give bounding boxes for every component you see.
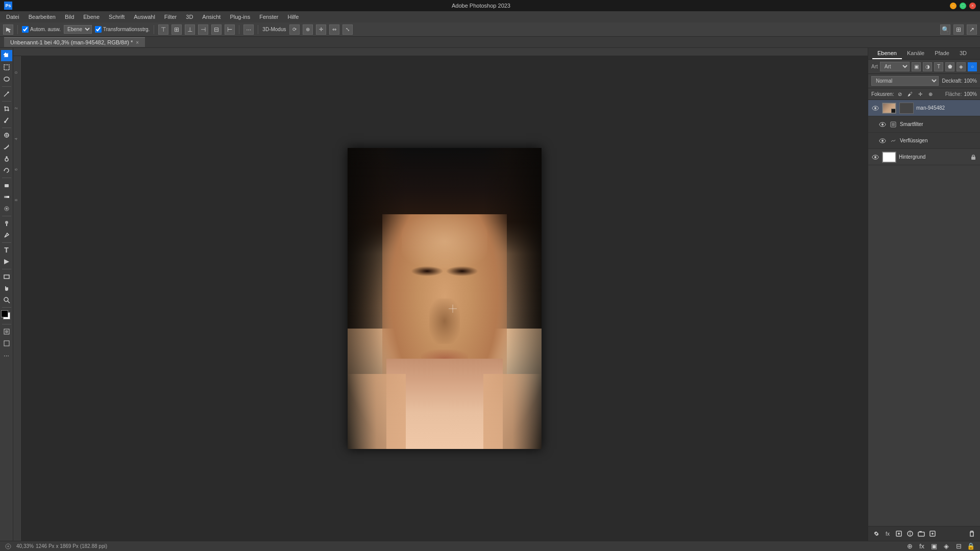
align-bottom-button[interactable]: ⊥ [185,24,195,35]
lock-pixels-icon[interactable]: 🖌 [906,90,914,98]
3d-rotate-button[interactable]: ⟳ [289,24,300,35]
move-tool[interactable] [1,50,12,61]
color-chips[interactable] [1,310,12,321]
history-tool[interactable] [1,165,12,176]
layer-item-verfluessigen[interactable]: Verflüssigen [868,133,980,149]
status-btn-6[interactable]: 🔒 [966,541,976,552]
type-tool[interactable]: T [1,244,12,256]
path-select-tool[interactable] [1,256,12,267]
3d-slide-button[interactable]: ⇔ [329,24,339,35]
opacity-value[interactable]: 100% [964,78,977,84]
menu-3d[interactable]: 3D [182,13,197,21]
layer-item-man[interactable]: man-945482 [868,100,980,116]
blend-mode-select[interactable]: Normal Multiplizieren Aufhellen Abdunkel… [871,76,939,86]
menu-filter[interactable]: Filter [160,13,181,21]
close-button[interactable]: × [969,3,976,9]
auto-select-checkbox[interactable] [22,26,29,33]
filter-toggle-btn[interactable]: ○ [968,62,977,71]
marquee-tool[interactable] [1,62,12,73]
lock-artboard-icon[interactable]: ⊕ [926,90,935,98]
status-btn-3[interactable]: ▣ [929,541,939,552]
transform-checkbox[interactable] [95,26,102,33]
tab-pfade[interactable]: Pfade [929,48,954,59]
tab-3d[interactable]: 3D [954,48,972,59]
layer-visibility-smartfilter[interactable] [878,120,887,129]
minimize-button[interactable]: − [950,3,957,9]
3d-pan-button[interactable]: ✛ [316,24,326,35]
status-btn-1[interactable]: ⊕ [904,541,915,552]
shape-tool[interactable] [1,271,12,282]
add-adjustment-button[interactable] [905,529,915,539]
delete-layer-button[interactable] [967,529,977,539]
gradient-tool[interactable] [1,191,12,203]
layer-visibility-verfluessigen[interactable] [878,137,887,145]
link-layers-button[interactable] [871,529,881,539]
dodge-tool[interactable] [1,218,12,229]
status-btn-5[interactable]: ⊟ [953,541,964,552]
eyedropper-tool[interactable] [1,115,12,126]
align-vcenter-button[interactable]: ⊞ [172,24,182,35]
tab-ebenen[interactable]: Ebenen [872,48,902,59]
menu-bild[interactable]: Bild [61,13,78,21]
menu-fenster[interactable]: Fenster [255,13,282,21]
document-tab-close[interactable]: × [136,40,139,45]
more-options-button[interactable]: ··· [243,24,254,35]
status-btn-2[interactable]: fx [917,541,927,552]
lock-position-icon[interactable]: ✛ [916,90,924,98]
workspaces-button[interactable]: ⊞ [953,24,964,35]
menu-auswahl[interactable]: Auswahl [130,13,159,21]
3d-roll-button[interactable]: ⊕ [303,24,313,35]
share-button[interactable]: ↗ [967,24,977,35]
add-group-button[interactable] [916,529,926,539]
filter-type-btn[interactable]: T [934,62,943,71]
brush-tool[interactable] [1,141,12,153]
document-canvas[interactable] [348,148,542,449]
menu-ansicht[interactable]: Ansicht [198,13,225,21]
align-top-button[interactable]: ⊤ [158,24,168,35]
menu-plugins[interactable]: Plug-ins [226,13,254,21]
layer-filter-select[interactable]: Art Name Effekt Farbe [880,62,910,71]
lasso-tool[interactable] [1,73,12,85]
menu-bearbeiten[interactable]: Bearbeiten [24,13,60,21]
crop-tool[interactable] [1,103,12,114]
layer-visibility-man[interactable] [871,104,879,112]
filter-adjustment-btn[interactable]: ◑ [923,62,932,71]
canvas-viewport[interactable] [21,56,868,541]
eraser-tool[interactable] [1,180,12,191]
blur-tool[interactable] [1,203,12,214]
layer-thumbnail-man[interactable] [882,103,896,114]
filter-smartobj-btn[interactable]: ◈ [957,62,966,71]
layer-type-select[interactable]: Ebene [64,25,92,34]
tool-preset-icon[interactable] [3,24,13,35]
filter-pixel-btn[interactable]: ▣ [912,62,921,71]
document-tab[interactable]: Unbenannt-1 bei 40,3% (man-945482, RGB/8… [4,37,145,47]
extra-tools[interactable]: ··· [1,349,12,361]
status-btn-4[interactable]: ◈ [941,541,951,552]
add-mask-button[interactable] [894,529,904,539]
quickmask-tool[interactable] [1,326,12,337]
search-button[interactable]: 🔍 [940,24,950,35]
fill-value[interactable]: 100% [964,91,977,97]
add-fx-button[interactable]: fx [883,529,893,539]
wand-tool[interactable] [1,88,12,99]
menu-hilfe[interactable]: Hilfe [283,13,303,21]
menu-datei[interactable]: Datei [2,13,23,21]
menu-ebene[interactable]: Ebene [79,13,104,21]
maximize-button[interactable]: □ [960,3,966,9]
new-layer-button[interactable] [927,529,938,539]
zoom-tool[interactable] [1,294,12,306]
layer-item-hintergrund[interactable]: Hintergrund [868,149,980,165]
align-hcenter-button[interactable]: ⊟ [211,24,222,35]
layer-item-smartfilter[interactable]: Smartfilter [868,116,980,133]
layer-visibility-hintergrund[interactable] [871,153,879,161]
lock-transparent-icon[interactable]: ⊘ [896,90,904,98]
hand-tool[interactable] [1,283,12,294]
filter-shape-btn[interactable]: ⬟ [945,62,954,71]
layer-thumbnail-hintergrund[interactable] [882,152,896,163]
foreground-color-chip[interactable] [1,310,8,317]
heal-tool[interactable] [1,130,12,141]
tab-kanaele[interactable]: Kanäle [902,48,929,59]
3d-scale-button[interactable]: ⤡ [342,24,353,35]
align-right-button[interactable]: ⊢ [225,24,235,35]
menu-schrift[interactable]: Schrift [105,13,129,21]
